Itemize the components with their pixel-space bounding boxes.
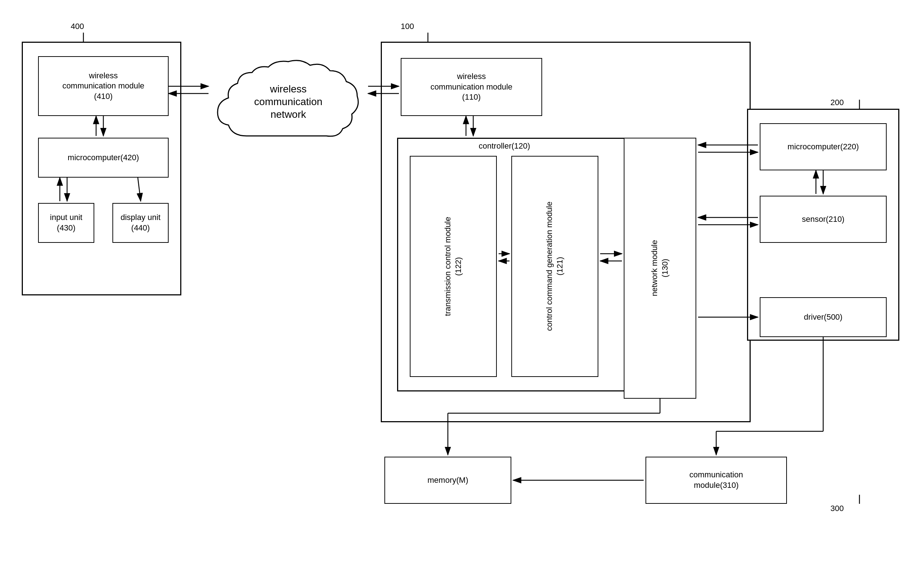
box-tcm122: transmission control module(122) [410, 156, 497, 377]
mc420-label: microcomputer(420) [68, 153, 139, 163]
box-ccgm121: control command generation module(121) [512, 156, 598, 377]
box-iu430: input unit(430) [38, 203, 94, 243]
svg-text:wireless: wireless [269, 83, 307, 95]
iu430-label: input unit(430) [50, 212, 82, 233]
tcm122-label: transmission control module(122) [443, 217, 464, 316]
controller-label: controller(120) [478, 142, 530, 151]
box-mc220: microcomputer(220) [760, 123, 887, 170]
svg-text:communication: communication [254, 96, 322, 107]
ref-100: 100 [401, 22, 414, 31]
box-du440: display unit(440) [112, 203, 168, 243]
box-nm130: network module(130) [624, 138, 696, 399]
cm310-label: communicationmodule(310) [690, 470, 743, 490]
box-wcm110: wirelesscommunication module(110) [401, 58, 542, 116]
box-wcm410: wirelesscommunication module(410) [38, 56, 168, 116]
box-mc420: microcomputer(420) [38, 138, 168, 178]
box-sensor210: sensor(210) [760, 196, 887, 243]
du440-label: display unit(440) [120, 212, 160, 233]
memory-m-label: memory(M) [427, 475, 468, 486]
nm130-label: network module(130) [650, 240, 670, 296]
svg-text:network: network [271, 109, 307, 120]
ref-400: 400 [71, 22, 84, 31]
box-memory-m: memory(M) [384, 457, 512, 504]
sensor210-label: sensor(210) [802, 214, 844, 225]
driver500-label: driver(500) [804, 312, 842, 323]
mc220-label: microcomputer(220) [788, 142, 859, 152]
ref-200: 200 [830, 98, 844, 107]
wcm410-label: wirelesscommunication module(410) [63, 71, 144, 102]
cloud-network: wireless communication network [210, 56, 366, 158]
ccgm121-label: control command generation module(121) [544, 201, 565, 331]
ref-300: 300 [830, 504, 844, 513]
wcm110-label: wirelesscommunication module(110) [431, 71, 512, 102]
diagram: 400 100 200 300 wirelesscommunication mo… [0, 0, 924, 581]
box-cm310: communicationmodule(310) [645, 457, 787, 504]
box-driver500: driver(500) [760, 297, 887, 337]
